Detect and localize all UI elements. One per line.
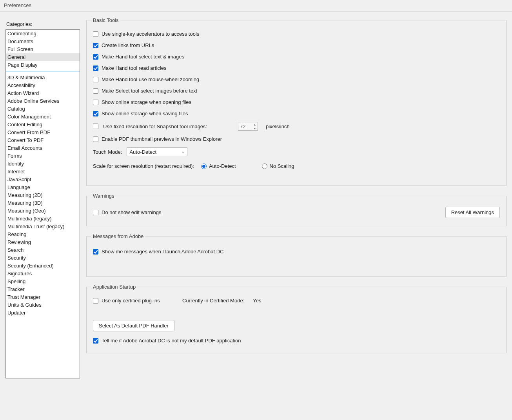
- window-title: Preferences: [0, 0, 512, 12]
- certified-plugins-checkbox[interactable]: [93, 298, 98, 304]
- touch-mode-label: Touch Mode:: [93, 149, 122, 155]
- category-separator: [6, 71, 80, 71]
- category-item[interactable]: Multimedia (legacy): [6, 215, 80, 223]
- categories-listbox[interactable]: CommentingDocumentsFull ScreenGeneralPag…: [5, 29, 80, 378]
- category-item[interactable]: Color Management: [6, 113, 80, 121]
- category-item[interactable]: Identity: [6, 160, 80, 168]
- spin-up-icon[interactable]: ▲: [252, 122, 258, 126]
- category-item[interactable]: Multimedia Trust (legacy): [6, 223, 80, 231]
- category-item[interactable]: Trust Manager: [6, 293, 80, 301]
- category-item[interactable]: JavaScript: [6, 176, 80, 184]
- thumbnail-preview-checkbox[interactable]: [93, 136, 98, 142]
- category-item[interactable]: Search: [6, 246, 80, 254]
- edit-warnings-checkbox[interactable]: [93, 210, 98, 215]
- messages-group: Messages from Adobe Show me messages whe…: [86, 233, 507, 277]
- reset-warnings-button[interactable]: Reset All Warnings: [445, 207, 500, 218]
- category-item[interactable]: Accessibility: [6, 82, 80, 89]
- single-key-checkbox[interactable]: [93, 31, 98, 37]
- category-item[interactable]: Spelling: [6, 278, 80, 285]
- basic-tools-group: Basic Tools Use single-key accelerators …: [86, 17, 507, 186]
- fixed-resolution-input[interactable]: [238, 122, 252, 130]
- messages-legend: Messages from Adobe: [91, 233, 145, 239]
- category-item[interactable]: General: [6, 53, 80, 61]
- category-item[interactable]: Convert To PDF: [6, 136, 80, 144]
- tell-default-checkbox[interactable]: [93, 338, 98, 344]
- spin-down-icon[interactable]: ▼: [252, 126, 258, 130]
- select-images-first-label: Make Select tool select images before te…: [102, 88, 197, 94]
- warnings-group: Warnings Do not show edit warnings Reset…: [86, 193, 507, 226]
- hand-read-articles-checkbox[interactable]: [93, 65, 98, 71]
- category-item[interactable]: Security: [6, 254, 80, 262]
- touch-mode-value: Auto-Detect: [129, 149, 156, 155]
- storage-open-checkbox[interactable]: [93, 100, 98, 105]
- hand-wheel-zoom-checkbox[interactable]: [93, 77, 98, 82]
- dialog-body: Categories: CommentingDocumentsFull Scre…: [0, 12, 512, 384]
- category-item[interactable]: Language: [6, 184, 80, 191]
- preferences-window: Preferences Categories: CommentingDocume…: [0, 0, 512, 384]
- tell-default-label: Tell me if Adobe Acrobat DC is not my de…: [102, 338, 241, 344]
- create-links-checkbox[interactable]: [93, 43, 98, 48]
- edit-warnings-label: Do not show edit warnings: [102, 209, 161, 215]
- category-item[interactable]: Measuring (Geo): [6, 207, 80, 215]
- scale-none-label: No Scaling: [270, 163, 294, 169]
- chevron-down-icon: ⌄: [182, 150, 185, 154]
- category-item[interactable]: Security (Enhanced): [6, 262, 80, 270]
- fixed-resolution-spinbox[interactable]: ▲ ▼: [238, 122, 258, 131]
- launch-messages-label: Show me messages when I launch Adobe Acr…: [102, 249, 223, 255]
- category-item[interactable]: Measuring (2D): [6, 191, 80, 199]
- default-pdf-handler-button[interactable]: Select As Default PDF Handler: [93, 320, 174, 331]
- category-item[interactable]: Tracker: [6, 285, 80, 293]
- category-item[interactable]: Page Display: [6, 61, 80, 69]
- categories-label: Categories:: [6, 21, 80, 27]
- startup-group: Application Startup Use only certified p…: [86, 284, 507, 353]
- category-item[interactable]: Action Wizard: [6, 89, 80, 97]
- touch-mode-select[interactable]: Auto-Detect ⌄: [127, 147, 187, 156]
- category-item[interactable]: Updater: [6, 309, 80, 317]
- single-key-label: Use single-key accelerators to access to…: [102, 31, 199, 37]
- scale-auto-label: Auto-Detect: [209, 163, 236, 169]
- select-images-first-checkbox[interactable]: [93, 88, 98, 94]
- hand-wheel-zoom-label: Make Hand tool use mouse-wheel zooming: [102, 76, 199, 82]
- storage-open-label: Show online storage when opening files: [102, 99, 191, 105]
- fixed-resolution-unit: pixels/inch: [266, 124, 290, 129]
- category-item[interactable]: 3D & Multimedia: [6, 74, 80, 82]
- scale-label: Scale for screen resolution (restart req…: [93, 163, 194, 169]
- hand-select-text-checkbox[interactable]: [93, 54, 98, 60]
- category-item[interactable]: Adobe Online Services: [6, 97, 80, 105]
- create-links-label: Create links from URLs: [102, 42, 154, 48]
- category-item[interactable]: Internet: [6, 168, 80, 176]
- category-item[interactable]: Email Accounts: [6, 144, 80, 152]
- storage-save-checkbox[interactable]: [93, 111, 98, 116]
- category-item[interactable]: Measuring (3D): [6, 199, 80, 207]
- category-item[interactable]: Content Editing: [6, 121, 80, 129]
- category-item[interactable]: Convert From PDF: [6, 129, 80, 136]
- certified-mode-label: Currently in Certified Mode:: [182, 298, 244, 304]
- warnings-legend: Warnings: [91, 193, 116, 199]
- category-item[interactable]: Commenting: [6, 30, 80, 38]
- hand-select-text-label: Make Hand tool select text & images: [102, 54, 184, 60]
- category-item[interactable]: Reviewing: [6, 238, 80, 246]
- certified-mode-value: Yes: [253, 298, 261, 304]
- fixed-resolution-label: Use fixed resolution for Snapshot tool i…: [103, 124, 217, 129]
- category-item[interactable]: Documents: [6, 38, 80, 45]
- category-item[interactable]: Catalog: [6, 105, 80, 113]
- category-item[interactable]: Reading: [6, 231, 80, 238]
- category-item[interactable]: Units & Guides: [6, 301, 80, 309]
- category-item[interactable]: Full Screen: [6, 45, 80, 53]
- hand-read-articles-label: Make Hand tool read articles: [102, 65, 166, 71]
- launch-messages-checkbox[interactable]: [93, 249, 98, 255]
- thumbnail-preview-label: Enable PDF thumbnail previews in Windows…: [102, 136, 222, 142]
- certified-plugins-label: Use only certified plug-ins: [102, 298, 168, 304]
- settings-panel: Basic Tools Use single-key accelerators …: [86, 17, 507, 378]
- scale-auto-radio[interactable]: [201, 164, 207, 169]
- category-item[interactable]: Forms: [6, 152, 80, 160]
- basic-tools-legend: Basic Tools: [91, 17, 120, 23]
- startup-legend: Application Startup: [91, 284, 137, 290]
- category-item[interactable]: Signatures: [6, 270, 80, 278]
- sidebar: Categories: CommentingDocumentsFull Scre…: [5, 17, 80, 378]
- fixed-resolution-checkbox[interactable]: [93, 124, 98, 129]
- storage-save-label: Show online storage when saving files: [102, 111, 188, 116]
- scale-none-radio[interactable]: [262, 164, 267, 169]
